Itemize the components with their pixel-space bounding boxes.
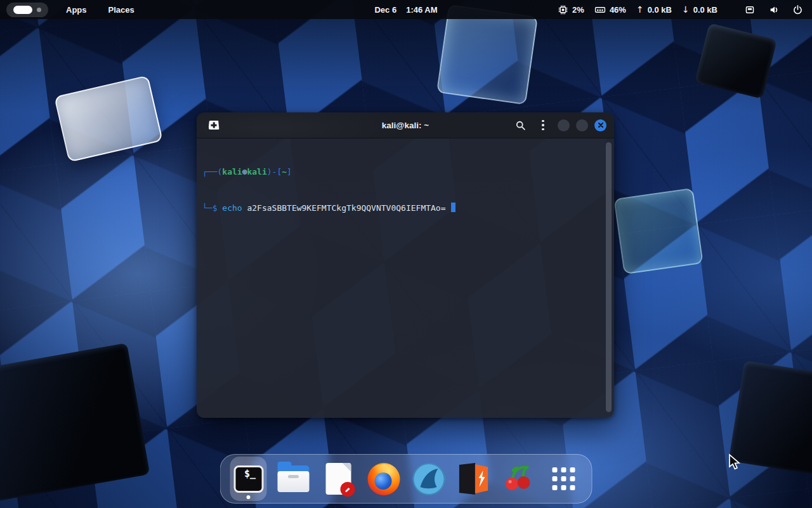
wired-network-icon	[744, 4, 756, 15]
prompt-user: kali	[222, 167, 242, 177]
cpu-percent: 2%	[572, 5, 584, 15]
close-button[interactable]	[594, 119, 606, 131]
prompt-host: kali	[247, 167, 266, 177]
places-menu[interactable]: Places	[105, 3, 138, 17]
clock[interactable]: Dec 6 1:46 AM	[374, 5, 437, 15]
dock-item-app-grid[interactable]	[546, 457, 582, 501]
new-tab-icon	[209, 121, 219, 130]
terminal-cursor	[451, 203, 455, 212]
maximize-button[interactable]	[576, 119, 588, 131]
apps-menu[interactable]: Apps	[62, 3, 91, 17]
workspace-indicator[interactable]	[6, 3, 48, 17]
dock-item-firefox[interactable]	[365, 457, 402, 501]
window-menu-button[interactable]	[535, 117, 551, 133]
top-bar-left: Apps Places	[0, 3, 138, 17]
workspace-active-pill	[13, 6, 32, 14]
clock-date: Dec 6	[374, 5, 396, 15]
files-icon	[278, 465, 310, 492]
upload-arrow-icon: ↑	[636, 4, 644, 15]
upload-rate: 0.0 kB	[648, 5, 672, 15]
app-grid-icon	[553, 467, 575, 490]
network-button[interactable]	[743, 3, 757, 17]
desktop: Apps Places Dec 6 1:46 AM 2%	[0, 0, 812, 508]
command-text: echo	[222, 203, 242, 213]
download-indicator[interactable]: ↓ 0.0 kB	[682, 4, 717, 15]
cherrytree-icon	[502, 462, 535, 497]
download-arrow-icon: ↓	[682, 4, 690, 15]
new-tab-button[interactable]	[204, 116, 223, 134]
terminal-icon: $_	[233, 465, 263, 493]
terminal-content[interactable]: ┌──(kali⊛kali)-[~] └─$ echo a2FsaSBBTEw9…	[197, 138, 614, 418]
running-indicator-dot	[247, 495, 251, 499]
clock-time: 1:46 AM	[406, 5, 437, 15]
dock: $_	[220, 454, 593, 504]
power-icon	[792, 4, 803, 15]
wallpaper-glass-cube	[436, 4, 538, 105]
cpu-indicator[interactable]: 2%	[558, 4, 584, 15]
prompt-line-2: └─$ echo a2FsaSBBTEw9KEFMTCkgTk9QQVNTV0Q…	[202, 202, 608, 214]
system-tray: 2% 46% ↑ 0.0 kB ↓ 0.0 kB	[558, 3, 812, 17]
dock-item-burpsuite[interactable]	[455, 457, 492, 501]
prompt-frame: ┌──(	[202, 167, 222, 177]
burpsuite-icon	[459, 463, 488, 495]
power-button[interactable]	[791, 3, 804, 17]
pencil-badge-icon	[341, 482, 355, 497]
prompt-frame: )-[	[267, 167, 282, 177]
minimize-button[interactable]	[558, 119, 570, 131]
firefox-icon	[367, 463, 400, 495]
wallpaper-dark-cube	[0, 343, 150, 502]
kebab-menu-icon	[542, 120, 544, 131]
memory-percent: 46%	[610, 5, 626, 15]
wallpaper-glass-cube	[613, 188, 703, 274]
command-argument: a2FsaSBBTEw9KEFMTCkgTk9QQVNTV0Q6IEFMTAo=	[247, 203, 445, 213]
mouse-cursor	[727, 453, 742, 471]
volume-button[interactable]	[767, 3, 781, 17]
speaker-icon	[768, 4, 780, 15]
workspace-inactive-dot	[37, 8, 41, 12]
window-title: kali@kali: ~	[382, 121, 429, 130]
prompt-path: ~	[282, 167, 287, 177]
terminal-scrollbar[interactable]	[606, 142, 612, 412]
search-button[interactable]	[512, 117, 528, 133]
terminal-window: kali@kali: ~	[197, 112, 614, 418]
memory-indicator[interactable]: 46%	[594, 4, 626, 15]
wireshark-icon	[412, 463, 445, 495]
dock-item-files[interactable]	[275, 457, 312, 501]
text-editor-icon	[326, 463, 351, 495]
dock-item-wireshark[interactable]	[410, 457, 447, 501]
download-rate: 0.0 kB	[693, 5, 717, 15]
dock-item-cherrytree[interactable]	[501, 457, 537, 501]
dock-item-terminal[interactable]: $_	[230, 457, 267, 501]
titlebar-actions	[512, 117, 614, 133]
cpu-icon	[558, 4, 568, 15]
prompt-frame: └─$	[202, 203, 217, 213]
prompt-line-1: ┌──(kali⊛kali)-[~]	[202, 166, 608, 178]
lightning-icon	[478, 471, 485, 487]
memory-icon	[594, 4, 606, 15]
search-icon	[515, 120, 526, 131]
terminal-titlebar[interactable]: kali@kali: ~	[197, 112, 614, 138]
top-bar: Apps Places Dec 6 1:46 AM 2%	[0, 0, 812, 19]
upload-indicator[interactable]: ↑ 0.0 kB	[636, 4, 672, 15]
close-icon	[598, 122, 604, 128]
dock-item-text-editor[interactable]	[320, 457, 357, 501]
prompt-frame: ]	[287, 167, 292, 177]
